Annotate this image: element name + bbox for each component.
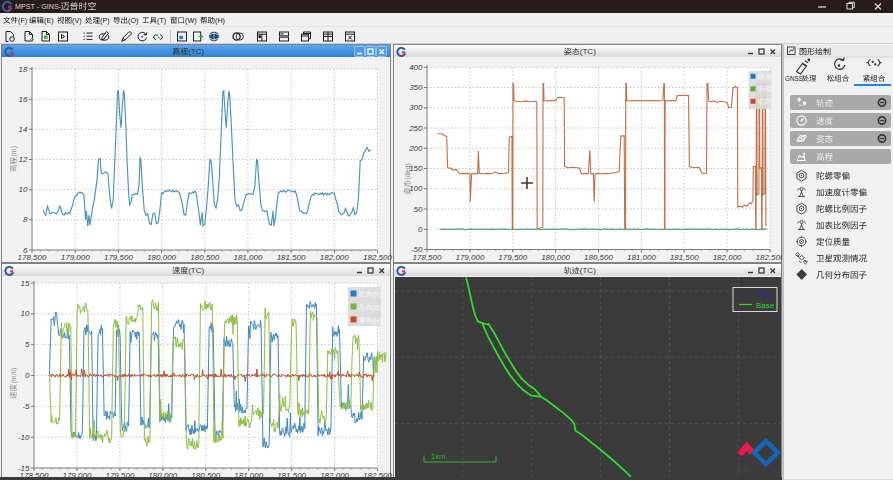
svg-text:181,000: 181,000	[627, 253, 656, 262]
svg-text:(V): (V)	[72, 16, 82, 25]
svg-text:300: 300	[409, 103, 423, 112]
svg-text:0: 0	[25, 371, 30, 380]
svg-text:181,500: 181,500	[670, 253, 699, 262]
svg-text:(m/s): (m/s)	[10, 368, 18, 384]
svg-text:178,500: 178,500	[18, 253, 47, 262]
svg-text:0: 0	[418, 225, 423, 234]
svg-text:15: 15	[21, 279, 30, 288]
svg-text:12: 12	[19, 155, 28, 164]
svg-text:(N): (N)	[373, 291, 383, 299]
svg-text:(TC): (TC)	[580, 266, 596, 275]
svg-text:350: 350	[409, 83, 423, 92]
svg-text:(F): (F)	[18, 16, 27, 25]
svg-text:(T): (T)	[157, 16, 166, 25]
svg-text:180,000: 180,000	[147, 253, 176, 262]
svg-text:180,000: 180,000	[541, 253, 570, 262]
svg-text:50: 50	[414, 205, 423, 214]
svg-text:18: 18	[19, 65, 28, 74]
svg-text:MPST - GINS-: MPST - GINS-	[15, 2, 62, 11]
svg-text:180,500: 180,500	[190, 253, 219, 262]
svg-text:(W): (W)	[185, 16, 197, 25]
svg-text:181,000: 181,000	[233, 253, 262, 262]
svg-text:150: 150	[409, 164, 423, 173]
svg-text:400: 400	[409, 63, 423, 72]
svg-text:(E): (E)	[44, 16, 54, 25]
svg-text:179,500: 179,500	[104, 253, 133, 262]
svg-text:250: 250	[408, 124, 423, 133]
svg-text:100: 100	[409, 184, 423, 193]
svg-text:(O): (O)	[128, 16, 138, 25]
svg-text:14: 14	[19, 125, 28, 134]
svg-text:(P): (P)	[100, 16, 110, 25]
svg-text:179,500: 179,500	[498, 253, 527, 262]
svg-text:10: 10	[19, 185, 28, 194]
svg-text:-5: -5	[22, 402, 30, 411]
svg-text:180,500: 180,500	[584, 253, 613, 262]
svg-text:(H): (H)	[373, 317, 383, 325]
svg-text:182,500: 182,500	[756, 253, 785, 262]
svg-text:8: 8	[23, 215, 28, 224]
svg-text:1km: 1km	[431, 452, 445, 461]
svg-text:182,000: 182,000	[713, 253, 742, 262]
svg-text:Base: Base	[756, 301, 775, 310]
svg-text:178,500: 178,500	[413, 253, 442, 262]
svg-text:182,000: 182,000	[320, 253, 349, 262]
svg-text:10: 10	[21, 309, 30, 318]
svg-text:182,500: 182,500	[363, 253, 392, 262]
svg-text:181,500: 181,500	[277, 253, 306, 262]
svg-text:179,000: 179,000	[61, 253, 90, 262]
svg-text:(H): (H)	[215, 16, 225, 25]
svg-text:GNSS: GNSS	[785, 75, 803, 82]
svg-text:(m): (m)	[10, 146, 18, 157]
svg-text:200: 200	[408, 144, 423, 153]
svg-text:179,000: 179,000	[455, 253, 484, 262]
svg-text:5: 5	[25, 340, 30, 349]
svg-text:(TC): (TC)	[188, 47, 204, 56]
svg-text:(E): (E)	[373, 304, 382, 312]
svg-text:(TC): (TC)	[580, 47, 596, 56]
svg-text:16: 16	[19, 95, 28, 104]
svg-text:(TC): (TC)	[188, 266, 204, 275]
svg-text:-10: -10	[18, 433, 30, 442]
svg-text:(deg): (deg)	[404, 163, 412, 179]
